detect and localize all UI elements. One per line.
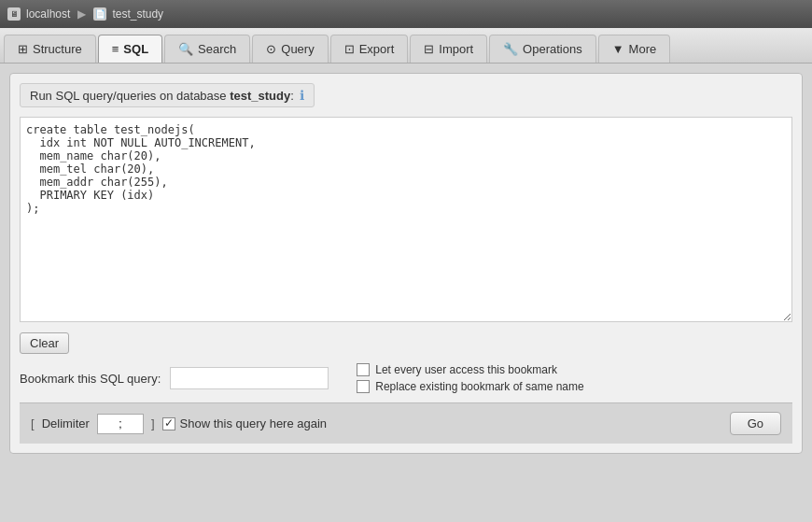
show-query-row: Show this query here again [162, 416, 328, 430]
tab-structure-label: Structure [33, 42, 82, 56]
panel-db-name: test_study [230, 89, 290, 103]
checkbox-row-1: Let every user access this bookmark [357, 363, 583, 376]
show-query-label: Show this query here again [180, 416, 328, 430]
db-label: test_study [112, 7, 163, 21]
bookmark-input[interactable] [170, 367, 329, 389]
footer-bar: [ Delimiter ] Show this query here again… [20, 402, 792, 444]
delimiter-bracket-close: ] [151, 416, 155, 430]
checkbox-every-user-label: Let every user access this bookmark [375, 363, 557, 376]
panel-title: Run SQL query/queries on database test_s… [20, 83, 315, 107]
clear-button[interactable]: Clear [20, 332, 69, 354]
bookmark-options: Let every user access this bookmark Repl… [357, 363, 583, 393]
go-button[interactable]: Go [730, 412, 781, 435]
import-icon: ⊟ [424, 42, 434, 56]
breadcrumb-separator: ▶ [77, 7, 86, 21]
tab-search-label: Search [198, 42, 236, 56]
title-bar: 🖥 localhost ▶ 📄 test_study [0, 0, 812, 28]
tab-import[interactable]: ⊟ Import [410, 35, 487, 63]
tab-operations[interactable]: 🔧 Operations [489, 35, 596, 63]
sql-textarea[interactable] [20, 117, 792, 322]
search-icon: 🔍 [178, 42, 193, 56]
tab-more[interactable]: ▼ More [598, 35, 671, 63]
sql-icon: ≡ [112, 42, 119, 56]
tab-sql[interactable]: ≡ SQL [98, 35, 162, 63]
query-icon: ⊙ [266, 42, 276, 56]
tab-export[interactable]: ⊡ Export [330, 35, 409, 63]
checkbox-every-user[interactable] [357, 363, 370, 376]
tab-bar: ⊞ Structure ≡ SQL 🔍 Search ⊙ Query ⊡ Exp… [0, 28, 812, 63]
host-icon: 🖥 [7, 7, 21, 21]
bookmark-row: Bookmark this SQL query: Let every user … [20, 363, 792, 393]
show-query-checkbox[interactable] [162, 417, 175, 430]
tab-search[interactable]: 🔍 Search [164, 35, 250, 63]
delimiter-label: Delimiter [42, 416, 90, 430]
checkbox-replace-bookmark[interactable] [357, 380, 370, 393]
clear-row: Clear [20, 332, 792, 354]
tab-query[interactable]: ⊙ Query [252, 35, 328, 63]
bookmark-label: Bookmark this SQL query: [20, 372, 161, 386]
checkbox-replace-bookmark-label: Replace existing bookmark of same name [375, 380, 583, 393]
delimiter-input[interactable] [97, 414, 144, 434]
tab-structure[interactable]: ⊞ Structure [4, 35, 96, 63]
panel-title-text: Run SQL query/queries on database test_s… [30, 89, 294, 103]
tab-export-label: Export [359, 42, 395, 56]
checkbox-row-2: Replace existing bookmark of same name [357, 380, 583, 393]
structure-icon: ⊞ [18, 42, 28, 56]
tab-operations-label: Operations [523, 42, 582, 56]
tab-import-label: Import [439, 42, 473, 56]
delimiter-bracket-open: [ [31, 416, 35, 430]
tab-more-label: More [629, 42, 657, 56]
host-label: localhost [26, 7, 70, 21]
main-content: Run SQL query/queries on database test_s… [0, 63, 812, 522]
more-icon: ▼ [612, 42, 624, 56]
tab-query-label: Query [281, 42, 314, 56]
db-icon: 📄 [93, 7, 106, 21]
operations-icon: 🔧 [503, 42, 518, 56]
tab-sql-label: SQL [123, 42, 148, 56]
info-icon[interactable]: ℹ [300, 88, 304, 103]
sql-panel: Run SQL query/queries on database test_s… [9, 73, 803, 454]
export-icon: ⊡ [344, 42, 355, 56]
